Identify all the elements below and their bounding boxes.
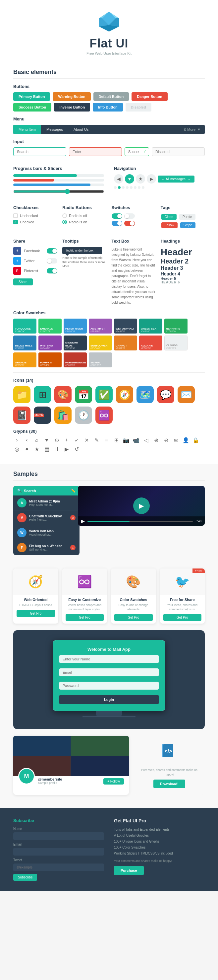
card-btn-4[interactable]: Get Pro (163, 614, 202, 621)
tooltips-section: Tooltips Tooltip under the box Here is t… (62, 234, 106, 305)
nav-btn-prev[interactable]: ◀ (114, 174, 123, 183)
checkbox-checked[interactable]: ✓ Checked (13, 220, 57, 224)
samples-section: Samples 🔍 Search ✏️ A Meet Adrian @ 8p (0, 464, 218, 808)
primary-button[interactable]: Primary Button (13, 92, 50, 101)
switch-4[interactable] (124, 221, 135, 226)
checkbox-unchecked[interactable]: Unchecked (13, 213, 57, 218)
pro-col: Get Flat UI Pro Tons of Tabs and Expande… (114, 818, 205, 881)
search-input[interactable] (13, 147, 66, 156)
subscribe-button[interactable]: Subscribe (13, 874, 37, 881)
chat-compose-icon[interactable]: ✏️ (71, 488, 76, 493)
nav-dot-5[interactable] (130, 186, 133, 189)
nav-dot-3[interactable] (122, 186, 125, 189)
success-button[interactable]: Success Button (13, 103, 51, 111)
swatch-carrot: CARROT#E67E22 (114, 336, 137, 350)
nav-btn-next[interactable]: ▶ (147, 174, 156, 183)
mac-email-input[interactable] (59, 668, 159, 676)
share-facebook-toggle[interactable] (47, 248, 57, 253)
progress-fill-2 (13, 179, 54, 181)
nav-dot-8[interactable] (142, 186, 144, 189)
error-input[interactable] (69, 147, 122, 156)
danger-button[interactable]: Danger Button (131, 92, 167, 101)
chat-info-3: Watch Iron Man Watch together... (29, 529, 76, 536)
glyph-search: ⌕ (33, 437, 40, 443)
subscribe-tweet-input[interactable] (13, 864, 104, 871)
warning-button[interactable]: Warning Button (53, 92, 90, 101)
radio-off[interactable]: Radio is off (62, 213, 106, 218)
mac-neck (96, 711, 122, 716)
mac-password-input[interactable] (59, 682, 159, 690)
swatch-pomegranate: POMEGRANATE#C0392B (63, 352, 87, 368)
glyph-plus: + (63, 437, 70, 443)
glyph-chevron-left: ‹ (23, 437, 30, 443)
swatch-nephritis: NEPHRITIS#27AE60 (164, 318, 188, 334)
nav-dot-2[interactable] (118, 186, 121, 189)
menu-more[interactable]: & More ▼ (180, 125, 205, 134)
nav-all-messages[interactable]: ← All messages → (158, 175, 194, 183)
switches-section: Switches (112, 200, 156, 229)
subscribe-name-input[interactable] (13, 832, 104, 840)
nav-btn-active[interactable]: ♥ (125, 174, 134, 183)
nav-arrows: ◀ ♥ ★ ▶ ← All messages → (114, 174, 205, 183)
menu-item-1[interactable]: Menu Item (13, 125, 41, 134)
cover-photo-4 (71, 756, 128, 776)
heading-6: HEADER 6 (161, 280, 205, 284)
share-tooltip-text-heading-row: Share f Facebook t Twitter P Pinterest S… (13, 234, 205, 305)
video-progress[interactable] (87, 521, 193, 522)
nav-btn-star[interactable]: ★ (136, 174, 145, 183)
chat-item-1[interactable]: A Meet Adrian @ 8pm Hey! Meet me at... (13, 495, 79, 511)
nav-dot-4[interactable] (126, 186, 128, 189)
nav-dot-7[interactable] (138, 186, 141, 189)
chat-item-2[interactable]: V Chat with V.Kuchkov Hello friend... 3 (13, 511, 79, 525)
chat-info-2: Chat with V.Kuchkov Hello friend... (29, 514, 68, 521)
mac-name-input[interactable] (59, 655, 159, 663)
mac-login-btn[interactable]: Login (59, 695, 159, 704)
tag-3[interactable]: Follow (161, 222, 178, 228)
checkbox-box-2[interactable]: ✓ (13, 220, 18, 224)
download-text: Pure Web, shares and comments make us ha… (141, 768, 198, 777)
radio-on[interactable]: Radio is on (62, 220, 106, 224)
switch-2[interactable] (124, 213, 135, 219)
chat-name-3: Watch Iron Man (29, 529, 76, 533)
swatch-amethyst: AMETHYST#9B59B6 (89, 318, 112, 334)
icon-clock: 🕐 (75, 407, 92, 424)
card-btn-3[interactable]: Get Pro (114, 614, 153, 621)
video-play-center[interactable]: ▶ (133, 498, 150, 514)
checkbox-label-2: Checked (20, 220, 34, 224)
tweet-label: Tweet (13, 858, 104, 862)
follow-button[interactable]: + Follow (103, 778, 124, 784)
switch-3[interactable] (112, 221, 122, 226)
tag-2[interactable]: Purple (179, 214, 196, 220)
card-btn-2[interactable]: Get Pro (66, 614, 104, 621)
share-twitter-toggle[interactable] (47, 258, 57, 264)
tag-1[interactable]: Clean (161, 214, 177, 220)
video-play-btn[interactable]: ▶ (81, 519, 85, 524)
share-pinterest-toggle[interactable] (47, 268, 57, 274)
share-button[interactable]: Share (13, 278, 33, 285)
sample-apps-row: 🔍 Search ✏️ A Meet Adrian @ 8pm Hey! Mee… (13, 486, 205, 562)
nav-dot-1[interactable] (114, 186, 117, 189)
info-button[interactable]: Info Button (93, 103, 123, 111)
radio-circle-2[interactable] (62, 220, 67, 224)
download-button[interactable]: Download! (153, 780, 185, 788)
purchase-button[interactable]: Purchase (114, 866, 144, 875)
glyph-mail: ✉ (172, 437, 180, 443)
chat-name-4: Fix bug on a Website (29, 544, 68, 548)
menu-item-2[interactable]: Messages (41, 125, 68, 134)
chat-item-3[interactable]: W Watch Iron Man Watch together... (13, 525, 79, 540)
switch-1[interactable] (112, 213, 122, 219)
radio-circle-1[interactable] (62, 213, 67, 218)
menu-item-3[interactable]: About Us (68, 125, 94, 134)
glyph-refresh: ↺ (73, 446, 80, 452)
checkbox-box-1[interactable] (13, 213, 18, 218)
swatch-wet-asphalt: WET ASPHALT#34495E (114, 318, 137, 334)
nav-dot-6[interactable] (134, 186, 136, 189)
section-title-basic: Basic elements (13, 69, 205, 79)
chat-item-4[interactable]: F Fix bug on a Website Still working... … (13, 540, 79, 555)
inverse-button[interactable]: Inverse Button (54, 103, 90, 111)
subscribe-email-input[interactable] (13, 848, 104, 856)
slider-1[interactable] (13, 189, 104, 194)
tag-4[interactable]: Stripe (180, 222, 196, 228)
card-btn-1[interactable]: Get Pro (17, 610, 55, 617)
default-button[interactable]: Default Button (93, 92, 129, 101)
